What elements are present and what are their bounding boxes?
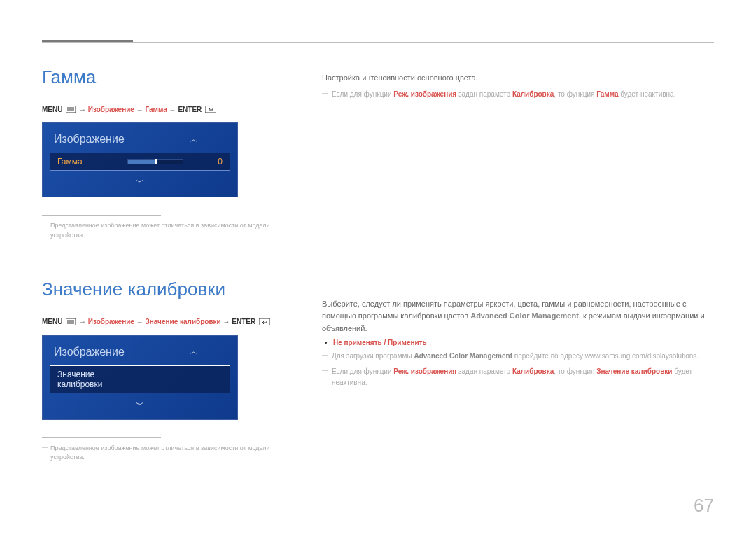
gamma-inactive-note: Если для функции Реж. изображения задан … <box>322 89 714 100</box>
arrow-icon: → <box>169 106 176 113</box>
enter-icon <box>259 318 270 327</box>
section-title-calibration: Значение калибровки <box>42 279 280 300</box>
note-divider <box>42 215 161 216</box>
arrow-icon: → <box>136 106 144 113</box>
chevron-down-icon[interactable]: ﹀ <box>43 395 237 419</box>
arrow-icon: → <box>223 318 230 325</box>
osd-panel-calibration: Изображение ︿ Значение калибровки ﹀ <box>42 335 238 420</box>
slider-mark <box>155 159 157 164</box>
chevron-down-icon[interactable]: ﹀ <box>43 172 237 197</box>
arrow-icon: → <box>136 318 144 325</box>
header-divider <box>42 42 714 43</box>
slider-track <box>127 159 183 164</box>
arrow-icon: → <box>79 318 86 325</box>
slider-fill <box>128 160 155 164</box>
osd-title: Изображение <box>54 346 125 358</box>
svg-rect-4 <box>205 106 216 113</box>
enter-label: ENTER <box>178 106 202 113</box>
chevron-up-icon[interactable]: ︿ <box>190 346 226 358</box>
osd-title: Изображение <box>54 133 125 146</box>
chevron-up-icon[interactable]: ︿ <box>190 134 226 146</box>
osd-value: 0 <box>204 157 223 167</box>
breadcrumb-step: Изображение <box>88 106 134 113</box>
calibration-desc-text: Выберите, следует ли применять параметры… <box>322 298 714 335</box>
osd-row-label: Значение калибровки <box>57 370 127 389</box>
device-note: Представленное изображение может отличат… <box>42 444 280 463</box>
left-column: Гамма MENU → Изображение → Гамма → ENTER <box>42 66 280 463</box>
section-calibration: Значение калибровки MENU → Изображение →… <box>42 279 280 462</box>
arrow-icon: → <box>79 106 86 113</box>
breadcrumb-step: Гамма <box>146 106 167 113</box>
osd-header: Изображение ︿ <box>43 336 237 364</box>
breadcrumb-calibration: MENU → Изображение → Значение калибровки… <box>42 318 280 326</box>
osd-panel-gamma: Изображение ︿ Гамма 0 ﹀ <box>42 122 238 197</box>
page-content: Гамма MENU → Изображение → Гамма → ENTER <box>0 0 756 484</box>
enter-icon <box>205 106 216 114</box>
gamma-desc-text: Настройка интенсивности основного цвета. <box>322 72 714 85</box>
breadcrumb-gamma: MENU → Изображение → Гамма → ENTER <box>42 106 280 114</box>
section-gamma: Гамма MENU → Изображение → Гамма → ENTER <box>42 66 280 240</box>
gamma-description: Настройка интенсивности основного цвета.… <box>322 72 714 100</box>
section-title-gamma: Гамма <box>42 66 280 88</box>
breadcrumb-step: Значение калибровки <box>146 318 221 325</box>
download-note: Для загрузки программы Advanced Color Ma… <box>322 351 714 362</box>
osd-row-calibration[interactable]: Значение калибровки <box>50 365 230 393</box>
osd-row-label: Гамма <box>57 157 127 167</box>
menu-label: MENU <box>42 106 62 113</box>
osd-row-gamma[interactable]: Гамма 0 <box>50 153 230 171</box>
breadcrumb-step: Изображение <box>88 318 134 325</box>
menu-icon <box>66 318 76 327</box>
osd-slider[interactable] <box>127 159 204 164</box>
menu-icon <box>66 106 76 114</box>
enter-label: ENTER <box>232 318 255 325</box>
svg-rect-9 <box>259 318 270 325</box>
calibration-description: Выберите, следует ли применять параметры… <box>322 298 714 389</box>
menu-label: MENU <box>42 318 62 325</box>
note-divider <box>42 437 161 438</box>
osd-header: Изображение ︿ <box>43 123 237 151</box>
calibration-inactive-note: Если для функции Реж. изображения задан … <box>322 366 714 388</box>
page-number: 67 <box>694 495 714 517</box>
device-note: Представленное изображение может отличат… <box>42 221 280 240</box>
options-bullet: Не применять / Применить <box>322 339 714 346</box>
right-column: Настройка интенсивности основного цвета.… <box>322 66 714 463</box>
